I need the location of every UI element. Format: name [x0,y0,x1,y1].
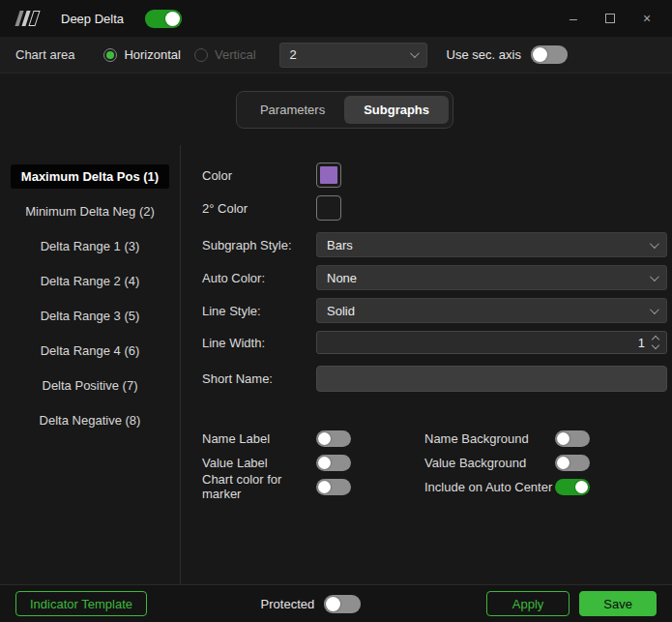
chevron-down-icon [410,48,420,58]
maximize-button[interactable] [597,6,624,31]
value-label-label: Value Label [202,456,316,470]
radio-vertical[interactable]: Vertical [194,47,256,62]
close-button[interactable]: × [633,6,660,31]
include-on-auto-center-toggle[interactable] [555,479,590,495]
chart-color-for-marker-label: Chart color for marker [202,472,316,501]
radio-horizontal-label: Horizontal [124,47,181,62]
line-width-value: 1 [638,336,645,350]
app-logo-icon [15,11,40,26]
content-area: Maximum Delta Pos (1) Minimum Delta Neg … [0,145,672,584]
value-background-label: Value Background [424,456,555,470]
radio-vertical-label: Vertical [215,47,256,62]
subgraph-style-select[interactable]: Bars [316,232,667,257]
name-background-label: Name Background [424,431,555,446]
radio-horizontal-circle [103,48,117,62]
chevron-down-icon [650,239,659,249]
line-width-stepper[interactable]: 1 [316,331,667,354]
value-background-toggle[interactable] [555,455,590,471]
title-bar: Deep Delta – × [0,0,672,37]
subgraph-style-value: Bars [327,238,353,252]
sidebar-item-delta-range-4[interactable]: Delta Range 4 (6) [30,333,151,368]
tab-group: Parameters Subgraphs [236,91,453,129]
apply-button[interactable]: Apply [486,591,570,616]
tab-parameters[interactable]: Parameters [241,96,344,124]
radio-horizontal[interactable]: Horizontal [103,47,181,62]
line-width-label: Line Width: [202,336,316,350]
secondary-color-swatch[interactable] [316,195,341,221]
name-background-toggle[interactable] [555,430,590,447]
window-title: Deep Delta [61,12,124,26]
auto-color-select[interactable]: None [316,265,667,290]
auto-color-label: Auto Color: [202,271,316,285]
name-label-label: Name Label [202,431,316,446]
sidebar-item-delta-range-3[interactable]: Delta Range 3 (5) [30,298,151,333]
line-style-value: Solid [327,304,355,318]
sec-axis-toggle[interactable] [531,45,568,64]
radio-vertical-circle [194,48,208,62]
sidebar-item-delta-range-2[interactable]: Delta Range 2 (4) [30,263,151,298]
color-swatch-fill [320,166,337,184]
save-button[interactable]: Save [579,591,657,616]
color-label: Color [202,168,316,183]
subgraph-settings-panel: Color 2° Color Subgraph Style: Bars Auto… [181,145,672,584]
include-on-auto-center-label: Include on Auto Center [424,480,555,494]
chevron-down-icon [650,272,659,281]
chevron-down-icon [650,305,659,314]
line-style-select[interactable]: Solid [316,298,667,323]
tabs-row: Parameters Subgraphs [0,74,672,145]
line-style-label: Line Style: [202,304,316,318]
orientation-radio-group: Horizontal Vertical [103,47,255,62]
tab-subgraphs[interactable]: Subgraphs [344,96,449,124]
sidebar-item-minimum-delta-neg[interactable]: Minimum Delta Neg (2) [15,193,165,228]
subgraph-style-label: Subgraph Style: [202,238,316,252]
sidebar-item-maximum-delta-pos[interactable]: Maximum Delta Pos (1) [11,159,169,193]
toggle-grid: Name Label Name Background Value Label V… [202,427,667,498]
color-swatch[interactable] [316,163,341,188]
stepper-arrows-icon[interactable] [653,337,658,348]
chart-area-bar: Chart area Horizontal Vertical 2 Use sec… [0,37,672,74]
chart-area-select[interactable]: 2 [279,43,427,68]
protected-label: Protected [261,597,315,611]
chart-area-select-value: 2 [290,47,297,62]
secondary-color-label: 2° Color [202,201,316,216]
auto-color-value: None [327,271,357,285]
minimize-button[interactable]: – [560,6,587,31]
sidebar-item-delta-negative[interactable]: Delta Negative (8) [29,402,152,437]
protected-toggle[interactable] [324,595,361,613]
indicator-enabled-toggle[interactable] [145,10,182,28]
name-label-toggle[interactable] [316,430,351,447]
subgraph-sidebar: Maximum Delta Pos (1) Minimum Delta Neg … [0,145,181,584]
indicator-template-button[interactable]: Indicator Template [15,591,147,616]
value-label-toggle[interactable] [316,455,351,471]
short-name-label: Short Name: [202,371,316,386]
chart-area-label: Chart area [15,47,74,62]
sidebar-item-delta-positive[interactable]: Delta Positive (7) [32,368,149,402]
sec-axis-label: Use sec. axis [447,47,521,62]
chart-color-for-marker-toggle[interactable] [316,479,351,495]
footer-bar: Indicator Template Protected Apply Save [0,584,672,622]
maximize-icon [605,14,615,23]
sidebar-item-delta-range-1[interactable]: Delta Range 1 (3) [30,228,151,263]
secondary-color-swatch-fill [320,199,337,217]
short-name-input[interactable] [316,366,667,392]
